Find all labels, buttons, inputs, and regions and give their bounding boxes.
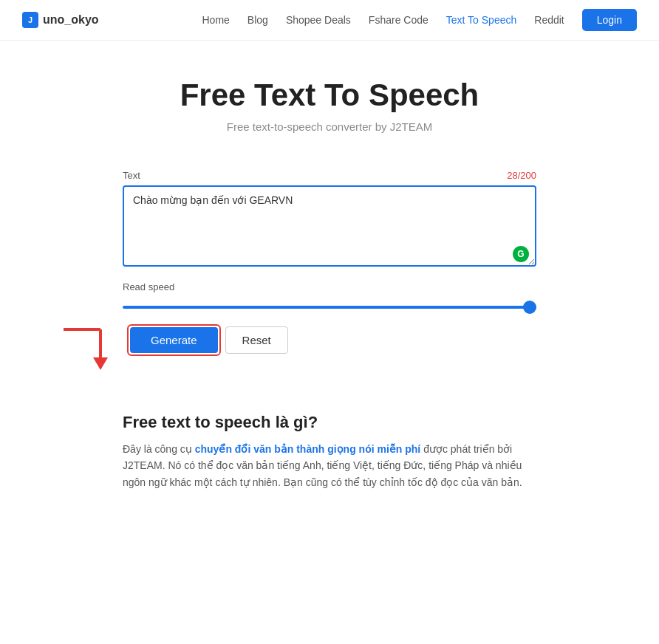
nav-links: Home Blog Shopee Deals Fshare Code Text …: [202, 9, 638, 31]
generate-btn-wrapper: Generate: [130, 327, 218, 353]
grammarly-icon: G: [513, 246, 529, 262]
footer-description: Đây là công cụ chuyển đổi văn bản thành …: [123, 441, 536, 490]
generate-button[interactable]: Generate: [130, 327, 218, 353]
text-label-row: Text 28/200: [123, 170, 536, 181]
nav-shopee-deals[interactable]: Shopee Deals: [286, 14, 351, 26]
buttons-row: Generate Reset: [123, 326, 536, 354]
textarea-wrapper: G: [123, 185, 536, 270]
speed-slider[interactable]: [123, 306, 536, 309]
char-count: 28/200: [507, 170, 536, 181]
footer-section: Free text to speech là gì? Đây là công c…: [108, 405, 551, 498]
nav-fshare-code[interactable]: Fshare Code: [369, 14, 428, 26]
hero-section: Free Text To Speech Free text-to-speech …: [0, 41, 659, 155]
brand-icon: J: [22, 12, 38, 28]
nav-reddit[interactable]: Reddit: [534, 14, 564, 26]
hero-subtitle: Free text-to-speech converter by J2TEAM: [15, 120, 644, 133]
login-button[interactable]: Login: [582, 9, 637, 31]
hero-title: Free Text To Speech: [15, 78, 644, 113]
speed-section: Read speed: [123, 281, 536, 312]
svg-marker-2: [93, 357, 108, 370]
text-label: Text: [123, 170, 140, 181]
main-form: Text 28/200 G Read speed Generate Reset: [108, 155, 551, 405]
navbar: J uno_okyo Home Blog Shopee Deals Fshare…: [0, 0, 659, 41]
red-arrow-icon: [56, 322, 123, 370]
brand[interactable]: J uno_okyo: [22, 12, 99, 28]
nav-blog[interactable]: Blog: [247, 14, 268, 26]
brand-name: uno_okyo: [43, 13, 99, 27]
reset-button[interactable]: Reset: [225, 326, 288, 354]
footer-heading: Free text to speech là gì?: [123, 413, 536, 432]
highlight-text: chuyển đổi văn bản thành giọng nói miễn …: [195, 443, 421, 455]
speed-label: Read speed: [123, 281, 536, 292]
text-input[interactable]: [123, 185, 536, 267]
nav-home[interactable]: Home: [202, 14, 230, 26]
text-section: Text 28/200 G: [123, 170, 536, 270]
nav-text-to-speech[interactable]: Text To Speech: [446, 14, 516, 26]
